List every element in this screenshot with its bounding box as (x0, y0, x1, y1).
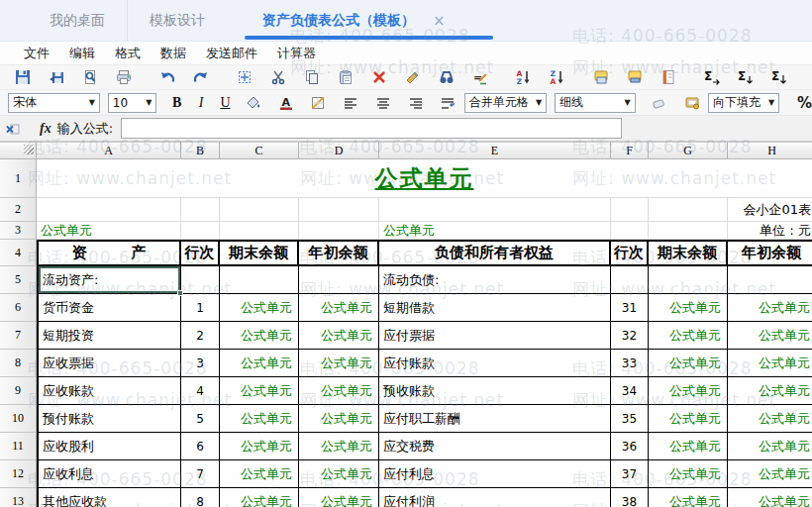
find-icon[interactable] (436, 67, 457, 87)
cell[interactable] (299, 222, 379, 240)
font-size-select[interactable]: 10▼ (108, 93, 157, 113)
row-header[interactable]: 6 (0, 294, 37, 322)
menu-edit[interactable]: 编辑 (59, 45, 105, 62)
cell[interactable] (37, 198, 181, 222)
align-center-icon[interactable] (373, 93, 394, 113)
cell-unit-label[interactable]: 单位：元 (728, 222, 812, 240)
cell[interactable] (649, 198, 728, 222)
row-header[interactable]: 7 (0, 322, 37, 350)
sum-right-icon[interactable]: Σ (701, 67, 723, 87)
row-header[interactable]: 2 (0, 198, 37, 222)
cell-formula-marker[interactable]: 公式单元 (299, 405, 379, 433)
bold-button[interactable]: B (164, 93, 188, 113)
col-header-h[interactable]: H (728, 142, 812, 159)
border-style-icon[interactable] (308, 93, 329, 113)
cell[interactable] (611, 266, 649, 294)
cell[interactable]: 预收账款 (379, 377, 611, 405)
row-header[interactable]: 13 (0, 488, 37, 507)
header-liabilities[interactable]: 负债和所有者权益 (379, 240, 611, 266)
align-right-icon[interactable] (405, 93, 426, 113)
cell[interactable]: 38 (611, 488, 649, 507)
underline-button[interactable]: U (213, 93, 237, 113)
cell-formula-marker[interactable]: 公式单元 (299, 377, 379, 405)
cell[interactable]: 34 (611, 377, 649, 405)
cell-formula-marker[interactable]: 公式单元 (728, 405, 812, 433)
header-assets[interactable]: 资 产 (37, 240, 181, 266)
cell[interactable]: 2 (181, 322, 220, 350)
header-end-balance[interactable]: 期末余额 (649, 240, 728, 266)
copy-icon[interactable] (301, 67, 323, 87)
fit-window-icon[interactable] (234, 67, 255, 87)
cell-formula-marker[interactable]: 公式单元 (299, 460, 379, 488)
row-header[interactable]: 1 (0, 159, 37, 198)
tab-balance-sheet-formula[interactable]: 资产负债表公式（模板） × (241, 0, 467, 42)
col-header-a[interactable]: A (37, 142, 181, 159)
cell[interactable]: 其他应收款 (37, 488, 181, 507)
cell[interactable] (181, 198, 220, 222)
sum-down-icon[interactable]: Σ (735, 67, 757, 87)
cell[interactable]: 3 (181, 350, 220, 377)
col-header-e[interactable]: E (379, 142, 611, 159)
cell-formula-marker[interactable]: 公式单元 (649, 460, 728, 488)
cell-formula-marker[interactable]: 公式单元 (299, 322, 379, 350)
print-icon[interactable] (113, 67, 135, 87)
menu-data[interactable]: 数据 (151, 45, 196, 62)
font-name-select[interactable]: 宋体▼ (8, 93, 100, 113)
fill-color-icon[interactable] (244, 93, 264, 113)
cell[interactable]: 6 (181, 433, 220, 460)
formula-input[interactable] (121, 118, 622, 139)
wrap-indent-icon[interactable] (438, 93, 458, 113)
cell[interactable]: 7 (181, 460, 220, 488)
header-line-no[interactable]: 行次 (181, 240, 220, 266)
print-preview-icon[interactable] (79, 67, 101, 87)
format-properties-icon[interactable] (681, 93, 702, 113)
cell[interactable] (728, 266, 812, 294)
cell-formula-marker[interactable]: 公式单元 (649, 377, 728, 405)
cut-icon[interactable] (267, 67, 289, 87)
cell[interactable]: 36 (611, 433, 649, 460)
cell[interactable]: 应交税费 (379, 433, 611, 460)
format-painter-icon[interactable] (402, 67, 424, 87)
cell-formula-marker[interactable]: 公式单元 (728, 460, 812, 488)
col-header-f[interactable]: F (611, 142, 649, 159)
cell-reference-icon[interactable] (2, 119, 24, 139)
cell[interactable]: 32 (611, 322, 649, 350)
cell-formula-marker[interactable]: 公式单元 (728, 294, 812, 322)
delete-icon[interactable] (368, 67, 390, 87)
save-icon[interactable] (12, 67, 34, 87)
cell[interactable] (181, 222, 220, 240)
cell[interactable] (649, 266, 728, 294)
menu-calculator[interactable]: 计算器 (267, 45, 326, 62)
cell[interactable]: 5 (181, 405, 220, 433)
tab-my-desktop[interactable]: 我的桌面 (28, 0, 127, 42)
cell[interactable]: 短期投资 (37, 322, 181, 350)
cell[interactable]: 35 (611, 405, 649, 433)
cell[interactable]: 预付账款 (37, 405, 181, 433)
cell[interactable]: 应收账款 (37, 377, 181, 405)
cell[interactable]: 8 (181, 488, 220, 507)
row-header[interactable]: 4 (0, 240, 37, 266)
paste-format-icon[interactable] (590, 67, 612, 87)
row-header[interactable]: 10 (0, 405, 37, 433)
close-icon[interactable]: × (433, 12, 446, 30)
cell-formula-marker[interactable]: 公式单元 (649, 488, 728, 507)
cell[interactable]: 应收股利 (37, 433, 181, 460)
row-header[interactable]: 8 (0, 350, 37, 377)
cell-formula-marker[interactable]: 公式单元 (728, 350, 812, 377)
sum-column-icon[interactable]: Σ (768, 67, 790, 87)
cell[interactable]: 短期借款 (379, 294, 611, 322)
cell-formula-marker[interactable]: 公式单元 (728, 322, 812, 350)
cell[interactable]: 货币资金 (37, 294, 181, 322)
row-header[interactable]: 12 (0, 460, 37, 488)
header-begin-balance[interactable]: 年初余额 (299, 240, 379, 266)
fill-direction-select[interactable]: 向下填充▼ (708, 93, 779, 113)
menu-file[interactable]: 文件 (14, 45, 59, 62)
cell[interactable] (220, 222, 299, 240)
cell-formula-marker[interactable]: 公式单元 (649, 433, 728, 460)
menu-send-mail[interactable]: 发送邮件 (196, 45, 267, 62)
cell[interactable]: 应付利息 (379, 460, 611, 488)
cell-formula-marker[interactable]: 公式单元 (728, 433, 812, 460)
cell-formula-marker[interactable]: 公式单元 (649, 294, 728, 322)
align-left-icon[interactable] (341, 93, 361, 113)
cell-formula-marker[interactable]: 公式单元 (220, 377, 299, 405)
